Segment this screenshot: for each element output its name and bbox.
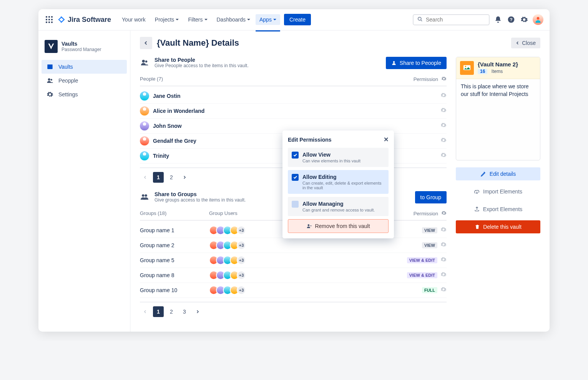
more-users-count: +3	[237, 226, 246, 235]
nav-item-your-work[interactable]: Your work	[118, 14, 149, 25]
more-users-count: +3	[237, 286, 246, 295]
row-gear-icon[interactable]	[440, 152, 447, 160]
permission-option[interactable]: Allow Editing Can create, edit, delete &…	[288, 170, 389, 194]
person-row: Alice in Wonderland	[140, 104, 447, 119]
app-window: Jira Software Your workProjectsFiltersDa…	[38, 9, 550, 332]
group-name: Group name 8	[140, 272, 209, 278]
delete-vault-button[interactable]: Delete this vault	[456, 220, 540, 233]
permission-option-subtitle: Can create, edit, delete & export elemen…	[302, 181, 385, 190]
permission-option-title: Allow View	[302, 152, 360, 158]
permission-badge: VIEW	[422, 242, 437, 248]
user-avatar	[140, 106, 149, 116]
svg-text:?: ?	[510, 17, 512, 22]
nav-item-apps[interactable]: Apps	[256, 14, 280, 25]
permission-option-subtitle: Can grant and remove access to vault.	[302, 208, 375, 212]
sidebar-link-vaults[interactable]: Vaults	[42, 60, 127, 74]
group-users-stack: +3	[209, 286, 246, 295]
row-gear-icon[interactable]	[440, 92, 447, 100]
settings-icon[interactable]	[520, 15, 529, 24]
pagination-next[interactable]	[179, 172, 190, 183]
chevron-down-icon	[204, 19, 208, 20]
row-gear-icon[interactable]	[440, 241, 447, 249]
remove-from-vault-button[interactable]: Remove from this vault	[288, 219, 389, 233]
group-name: Group name 1	[140, 227, 209, 233]
top-nav: Your workProjectsFiltersDashboardsApps	[118, 14, 280, 25]
topbar: Jira Software Your workProjectsFiltersDa…	[38, 9, 550, 31]
permission-option[interactable]: Allow Managing Can grant and remove acce…	[288, 197, 389, 216]
sidebar-link-settings[interactable]: Settings	[42, 88, 127, 101]
permission-option-subtitle: Can view elements in this vault	[302, 159, 360, 163]
svg-rect-4	[47, 65, 53, 69]
people-header-gear-icon[interactable]	[441, 76, 447, 83]
pagination-page[interactable]: 1	[153, 306, 164, 317]
settings-icon	[46, 91, 54, 98]
more-users-count: +3	[237, 271, 246, 280]
sidebar-header: Vaults Password Manager	[42, 37, 127, 56]
svg-point-3	[537, 17, 540, 20]
chevron-down-icon	[247, 19, 250, 20]
export-elements-button[interactable]: Export Elements	[456, 203, 540, 216]
group-row: Group name 2 +3 VIEW	[140, 238, 447, 253]
people-icon	[46, 77, 54, 84]
import-elements-button[interactable]: Import Elements	[456, 185, 540, 198]
search-icon	[417, 17, 423, 23]
row-gear-icon[interactable]	[440, 256, 447, 264]
group-row: Group name 5 +3 VIEW & EDIT	[140, 253, 447, 268]
jira-logo[interactable]: Jira Software	[58, 16, 111, 24]
svg-point-7	[51, 79, 53, 81]
pagination-prev[interactable]	[140, 306, 151, 317]
group-users-stack: +3	[209, 271, 246, 280]
row-gear-icon[interactable]	[440, 226, 447, 234]
groups-header-gear-icon[interactable]	[441, 210, 447, 217]
vault-app-icon	[45, 40, 58, 53]
nav-item-dashboards[interactable]: Dashboards	[213, 14, 254, 25]
vault-info-card: {Vault Name 2} 16 Items This is place wh…	[456, 57, 540, 160]
group-users-stack: +3	[209, 256, 246, 265]
groups-icon	[140, 193, 149, 201]
permission-option[interactable]: Allow View Can view elements in this vau…	[288, 148, 389, 167]
pagination-page[interactable]: 2	[166, 306, 177, 317]
row-gear-icon[interactable]	[440, 271, 447, 279]
chevron-down-icon	[176, 19, 179, 20]
share-people-title: Share to People	[154, 57, 249, 63]
sidebar-link-peopple[interactable]: Peopple	[42, 74, 127, 88]
app-switcher-icon[interactable]	[45, 15, 54, 24]
row-gear-icon[interactable]	[440, 107, 447, 115]
row-gear-icon[interactable]	[440, 122, 447, 130]
nav-item-projects[interactable]: Projects	[151, 14, 183, 25]
edit-details-button[interactable]: Edit details	[456, 167, 540, 180]
create-button[interactable]: Create	[284, 14, 311, 25]
popover-close-icon[interactable]: ✕	[384, 136, 389, 143]
share-to-people-button[interactable]: Share to Peoople	[386, 57, 447, 69]
back-button[interactable]	[140, 37, 152, 49]
svg-point-14	[465, 66, 467, 68]
profile-avatar[interactable]	[533, 14, 543, 25]
pagination-page[interactable]: 1	[153, 172, 164, 183]
pagination-page[interactable]: 3	[179, 306, 190, 317]
search-field[interactable]	[413, 14, 490, 25]
group-row: Group name 10 +3 FULL	[140, 283, 447, 298]
share-groups-title: Share to Groups	[154, 191, 246, 197]
user-avatar	[140, 151, 149, 160]
groups-header-left: Groups (18)	[140, 210, 209, 217]
nav-item-filters[interactable]: Filters	[184, 14, 211, 25]
svg-point-6	[48, 78, 50, 81]
sidebar-app-title: Vaults	[61, 41, 101, 47]
groups-header-right: Permission	[414, 211, 438, 216]
svg-rect-16	[310, 226, 312, 226]
permission-badge: FULL	[422, 287, 437, 293]
person-name: John Snow	[153, 123, 437, 129]
pagination-page[interactable]: 2	[166, 172, 177, 183]
help-icon[interactable]: ?	[507, 15, 516, 24]
pagination-prev[interactable]	[140, 172, 151, 183]
close-button[interactable]: Close	[511, 38, 540, 48]
share-to-group-button[interactable]: to Group	[415, 191, 447, 203]
vault-card-name: {Vault Name 2}	[478, 61, 518, 68]
svg-point-0	[418, 17, 421, 20]
row-gear-icon[interactable]	[440, 137, 447, 145]
user-avatar	[140, 136, 149, 145]
search-input[interactable]	[426, 17, 493, 23]
pagination-next[interactable]	[192, 306, 203, 317]
notifications-icon[interactable]	[493, 15, 503, 24]
row-gear-icon[interactable]	[440, 286, 447, 294]
